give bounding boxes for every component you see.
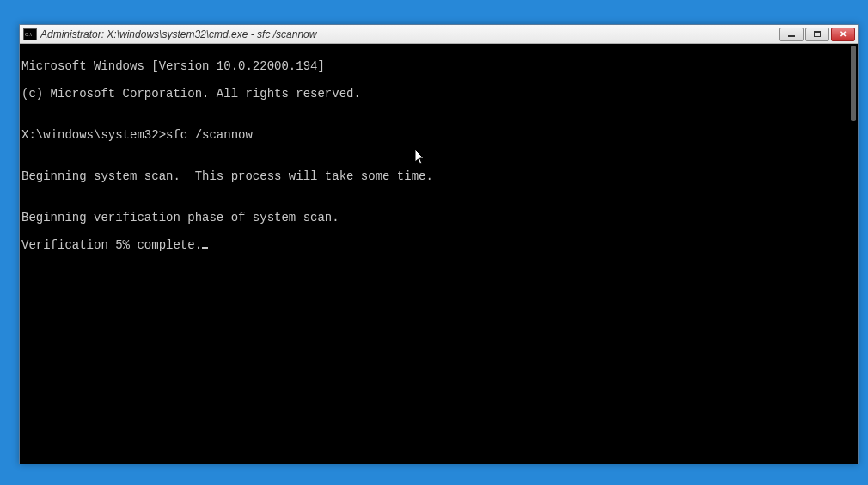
console-line: Microsoft Windows [Version 10.0.22000.19… — [21, 59, 858, 73]
console-text: Verification 5% complete. — [21, 238, 202, 252]
maximize-icon — [814, 31, 821, 37]
console-output[interactable]: Microsoft Windows [Version 10.0.22000.19… — [20, 44, 858, 464]
cmd-icon: C:\ — [23, 28, 37, 40]
console-line: X:\windows\system32>sfc /scannow — [21, 128, 858, 142]
scrollbar-thumb[interactable] — [851, 46, 856, 121]
console-line-last: Verification 5% complete. — [21, 238, 858, 252]
maximize-button[interactable] — [805, 28, 829, 41]
cmd-window: C:\ Administrator: X:\windows\system32\c… — [19, 24, 859, 464]
close-button[interactable]: ✕ — [831, 28, 855, 41]
minimize-icon — [788, 35, 795, 37]
console-line: Beginning verification phase of system s… — [21, 211, 858, 224]
minimize-button[interactable] — [779, 28, 804, 41]
window-controls: ✕ — [779, 28, 855, 41]
titlebar[interactable]: C:\ Administrator: X:\windows\system32\c… — [20, 25, 858, 44]
console-line: (c) Microsoft Corporation. All rights re… — [21, 87, 858, 101]
close-icon: ✕ — [840, 30, 847, 39]
window-title: Administrator: X:\windows\system32\cmd.e… — [40, 28, 779, 40]
text-cursor — [202, 247, 208, 249]
console-line: Beginning system scan. This process will… — [21, 169, 858, 183]
cmd-icon-label: C:\ — [25, 32, 32, 37]
